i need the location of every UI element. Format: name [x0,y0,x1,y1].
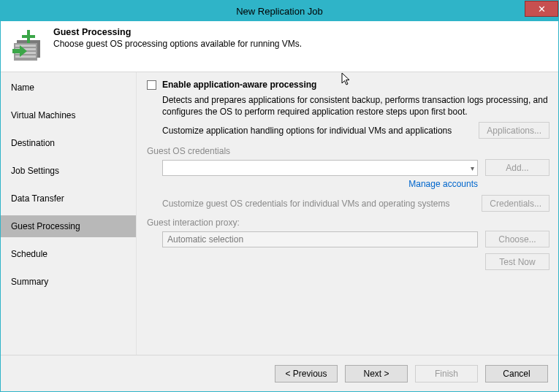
sidebar: Name Virtual Machines Destination Job Se… [1,72,136,355]
wizard-footer: < Previous Next > Finish Cancel [1,355,558,391]
customize-apps-label: Customize application handling options f… [162,126,471,136]
wizard-header: Guest Processing Choose guest OS process… [1,21,558,72]
sidebar-item-guest-processing[interactable]: Guest Processing [1,215,136,237]
customize-apps-row: Customize application handling options f… [162,122,550,139]
close-button[interactable]: ✕ [525,1,558,17]
proxy-value: Automatic selection [163,232,477,247]
enable-app-aware-desc: Detects and prepares applications for co… [162,94,550,118]
svg-rect-5 [15,55,36,58]
guest-processing-icon [9,27,46,64]
applications-button[interactable]: Applications... [479,122,550,139]
sidebar-item-data-transfer[interactable]: Data Transfer [1,188,136,210]
test-now-button[interactable]: Test Now [485,253,550,270]
proxy-row: Automatic selection Choose... [162,231,550,247]
sidebar-item-virtual-machines[interactable]: Virtual Machines [1,104,136,126]
svg-rect-2 [15,45,36,47]
sidebar-item-job-settings[interactable]: Job Settings [1,160,136,182]
header-text: Guest Processing Choose guest OS process… [53,27,302,49]
creds-row: ▾ Add... [162,159,550,176]
close-icon: ✕ [538,4,546,14]
sidebar-item-schedule[interactable]: Schedule [1,243,136,265]
wizard-window: New Replication Job ✕ Guest Processing C… [0,0,559,392]
proxy-group-label: Guest interaction proxy: [147,218,550,228]
add-button[interactable]: Add... [485,159,550,176]
credentials-select[interactable]: ▾ [162,160,478,176]
page-title: Guest Processing [53,27,302,37]
guest-creds-group-label: Guest OS credentials [147,146,550,156]
window-title: New Replication Job [1,6,558,17]
sidebar-item-name[interactable]: Name [1,77,136,99]
proxy-field[interactable]: Automatic selection [162,231,478,247]
cancel-button[interactable]: Cancel [485,365,548,383]
next-button[interactable]: Next > [345,365,408,383]
sidebar-item-summary[interactable]: Summary [1,271,136,293]
customize-creds-row: Customize guest OS credentials for indiv… [162,195,550,212]
page-subtitle: Choose guest OS processing options avail… [53,39,302,49]
finish-button[interactable]: Finish [415,365,478,383]
credentials-value [163,161,477,165]
choose-button[interactable]: Choose... [485,231,550,247]
wizard-body: Name Virtual Machines Destination Job Se… [1,72,558,355]
content-panel: Enable application-aware processing Dete… [136,72,558,355]
svg-rect-7 [22,35,35,38]
previous-button[interactable]: < Previous [275,365,338,383]
test-row: Test Now [162,253,550,270]
enable-app-aware-row: Enable application-aware processing [147,80,550,90]
chevron-down-icon: ▾ [471,164,474,172]
cursor-icon [341,72,353,91]
manage-accounts-row: Manage accounts [147,179,550,189]
customize-creds-label: Customize guest OS credentials for indiv… [162,199,474,209]
titlebar: New Replication Job ✕ [1,1,558,21]
sidebar-item-destination[interactable]: Destination [1,132,136,154]
enable-app-aware-label: Enable application-aware processing [162,80,316,90]
manage-accounts-link[interactable]: Manage accounts [408,179,478,189]
credentials-button[interactable]: Credentials... [482,195,550,212]
enable-app-aware-checkbox[interactable] [147,80,156,90]
